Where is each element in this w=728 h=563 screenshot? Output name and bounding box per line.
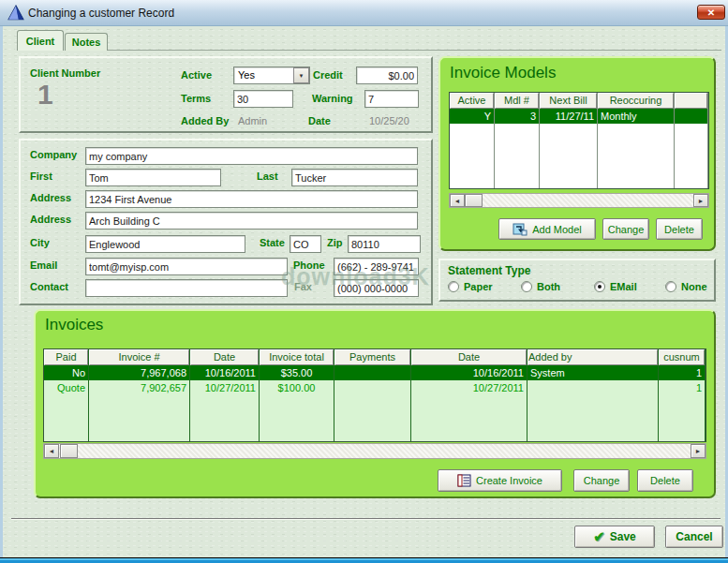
model-change-label: Change xyxy=(608,224,645,235)
column-header-date2[interactable]: Date xyxy=(411,349,527,365)
tab-client[interactable]: Client xyxy=(17,30,64,51)
invoice-cell[interactable]: 7,902,657 xyxy=(89,380,189,395)
phone-field[interactable] xyxy=(334,258,419,275)
email-field[interactable] xyxy=(85,258,288,275)
invoice-cell[interactable]: $35.00 xyxy=(260,365,334,380)
radio-both-circle[interactable] xyxy=(521,281,532,292)
scroll-left-icon[interactable]: ◄ xyxy=(450,194,465,207)
radio-none-label: None xyxy=(681,281,707,292)
invoice-change-label: Change xyxy=(584,475,620,486)
zip-field[interactable] xyxy=(348,235,421,253)
warning-field[interactable] xyxy=(364,90,419,108)
active-dropdown[interactable]: Yes ▼ xyxy=(233,67,310,84)
invoice-cell[interactable]: System xyxy=(527,365,658,380)
active-dropdown-value: Yes xyxy=(238,69,255,81)
column-header-reoccuring[interactable]: Reoccuring xyxy=(598,93,674,109)
invoice-cell[interactable]: $100.00 xyxy=(260,380,334,395)
state-field[interactable] xyxy=(290,235,321,253)
model-delete-button[interactable]: Delete xyxy=(656,218,703,240)
save-label: Save xyxy=(610,530,636,543)
radio-both[interactable]: Both xyxy=(521,281,560,292)
city-label: City xyxy=(30,237,50,248)
radio-email-circle[interactable] xyxy=(594,281,605,292)
invoice-change-button[interactable]: Change xyxy=(573,469,630,492)
radio-both-label: Both xyxy=(537,281,560,292)
save-button[interactable]: ✔ Save xyxy=(574,526,655,548)
invoices-scroll-thumb[interactable] xyxy=(60,444,78,458)
column-header-date[interactable]: Date xyxy=(190,349,259,365)
create-invoice-icon xyxy=(457,474,471,487)
first-name-label: First xyxy=(30,170,52,182)
contact-field[interactable] xyxy=(85,279,288,297)
radio-paper-label: Paper xyxy=(464,281,493,292)
model-cell-reoccuring[interactable]: Monthly xyxy=(598,109,674,124)
address2-label: Address xyxy=(30,214,71,225)
invoice-cell[interactable]: 10/27/2011 xyxy=(411,380,527,395)
invoice-delete-label: Delete xyxy=(650,475,680,486)
invoice-cell[interactable]: 10/27/2011 xyxy=(190,380,259,395)
column-header-paid[interactable]: Paid xyxy=(44,349,88,365)
radio-paper-circle[interactable] xyxy=(448,281,459,292)
invoices-hscrollbar[interactable]: ◄ ► xyxy=(43,443,706,459)
radio-paper[interactable]: Paper xyxy=(448,281,493,292)
radio-none[interactable]: None xyxy=(665,281,707,292)
terms-field[interactable] xyxy=(233,90,293,108)
model-cell-active[interactable]: Y xyxy=(450,109,494,124)
invoice-delete-button[interactable]: Delete xyxy=(637,469,693,492)
invoice-models-table[interactable]: Active Y Mdl # 3 Next Bill 11/27/11 Reoc… xyxy=(449,92,709,189)
customer-record-window: Changing a customer Record ✕ Client Note… xyxy=(0,0,728,563)
model-cell-next-bill[interactable]: 11/27/11 xyxy=(540,109,597,124)
credit-field[interactable] xyxy=(356,67,418,84)
company-field[interactable] xyxy=(85,147,418,165)
scroll-right-icon[interactable]: ► xyxy=(691,444,706,458)
column-header-payments[interactable]: Payments xyxy=(334,349,410,365)
tab-notes-label: Notes xyxy=(72,37,101,48)
add-model-button[interactable]: Add Model xyxy=(498,218,596,240)
save-check-icon: ✔ xyxy=(593,531,605,542)
create-invoice-button[interactable]: Create Invoice xyxy=(438,469,562,492)
address1-field[interactable] xyxy=(85,190,418,208)
create-invoice-label: Create Invoice xyxy=(476,475,542,486)
column-header-added-by[interactable]: Added by xyxy=(527,349,658,365)
column-header-cusnum[interactable]: cusnum xyxy=(659,349,705,365)
invoice-cell[interactable]: 7,967,068 xyxy=(89,365,189,380)
column-header-invoice-num[interactable]: Invoice # xyxy=(89,349,189,365)
invoice-models-title: Invoice Models xyxy=(450,64,556,82)
invoice-cell[interactable] xyxy=(334,380,410,395)
cancel-button[interactable]: Cancel xyxy=(665,526,723,548)
chevron-down-icon[interactable]: ▼ xyxy=(293,67,309,83)
invoice-cell[interactable]: 10/16/2011 xyxy=(190,365,259,380)
radio-none-circle[interactable] xyxy=(665,281,676,292)
invoice-cell[interactable]: 1 xyxy=(659,380,705,395)
column-header-invoice-total[interactable]: Invoice total xyxy=(260,349,334,365)
first-name-field[interactable] xyxy=(85,169,221,186)
invoice-cell[interactable]: No xyxy=(44,365,88,380)
scroll-right-icon[interactable]: ► xyxy=(693,194,708,207)
tab-notes[interactable]: Notes xyxy=(65,33,108,51)
invoice-cell[interactable] xyxy=(334,365,410,380)
client-details-panel: Company First Last Address Address City … xyxy=(19,139,433,305)
invoices-table[interactable]: Paid No Quote Invoice # 7,967,068 7,902,… xyxy=(43,348,706,442)
fax-field[interactable] xyxy=(334,279,419,297)
model-change-button[interactable]: Change xyxy=(602,218,649,240)
column-header-mdl[interactable]: Mdl # xyxy=(495,93,539,109)
models-hscrollbar[interactable]: ◄ ► xyxy=(449,193,709,208)
invoice-cell[interactable]: Quote xyxy=(44,380,88,395)
models-scroll-thumb[interactable] xyxy=(465,194,483,207)
column-header-active[interactable]: Active xyxy=(450,93,494,109)
invoice-cell[interactable]: 10/16/2011 xyxy=(411,365,527,380)
city-field[interactable] xyxy=(85,235,245,253)
column-header-next-bill[interactable]: Next Bill xyxy=(540,93,597,109)
address2-field[interactable] xyxy=(85,212,418,230)
radio-email[interactable]: EMail xyxy=(594,281,637,292)
credit-label: Credit xyxy=(313,69,343,81)
close-button[interactable]: ✕ xyxy=(697,5,725,20)
last-name-field[interactable] xyxy=(291,169,418,186)
zip-label: Zip xyxy=(327,237,343,248)
add-model-label: Add Model xyxy=(532,224,582,235)
invoice-cell[interactable]: 1 xyxy=(659,365,705,380)
scroll-left-icon[interactable]: ◄ xyxy=(44,444,59,458)
window-frame-left xyxy=(0,26,3,558)
model-cell-mdl[interactable]: 3 xyxy=(495,109,539,124)
invoice-cell[interactable] xyxy=(527,380,658,395)
